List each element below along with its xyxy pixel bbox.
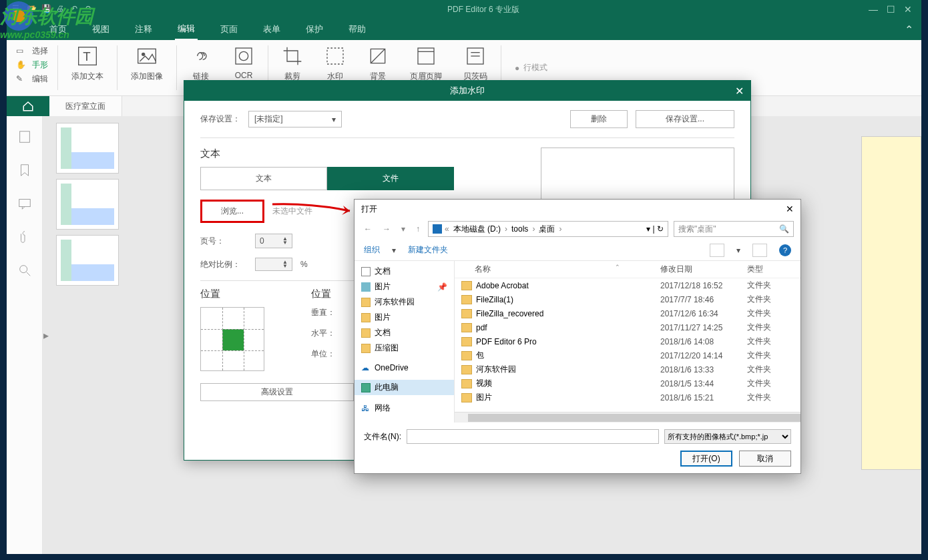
filename-input[interactable]	[407, 429, 659, 444]
nav-back-icon[interactable]: ←	[361, 223, 375, 235]
tool-edit[interactable]: ✎编辑	[16, 73, 48, 85]
menu-protect[interactable]: 保护	[303, 19, 326, 39]
file-row[interactable]: Adobe Acrobat2017/12/18 16:52文件夹	[455, 278, 800, 292]
ribbon-collapse-icon[interactable]: ⌃	[905, 23, 913, 36]
file-row[interactable]: 河东软件园2018/1/6 13:33文件夹	[455, 362, 800, 376]
folder-icon	[461, 337, 472, 346]
tree-item[interactable]: 文档	[355, 264, 454, 279]
thumbnail-2[interactable]	[56, 179, 119, 230]
path-breadcrumb[interactable]: « 本地磁盘 (D:)› tools› 桌面› ▾ | ↻	[428, 221, 668, 237]
sidebar	[7, 116, 43, 554]
tool-select[interactable]: ▭选择	[16, 45, 48, 57]
organize-menu[interactable]: 组织	[364, 244, 380, 256]
app-title: PDF Editor 6 专业版	[101, 4, 865, 15]
save-settings-label: 保存设置：	[200, 113, 240, 125]
nav-up-icon[interactable]: ↑	[413, 223, 423, 235]
tree-item[interactable]: ☁OneDrive	[355, 361, 454, 374]
file-row[interactable]: 图片2018/1/6 15:21文件夹	[455, 390, 800, 404]
menu-page[interactable]: 页面	[218, 19, 240, 39]
scale-label: 绝对比例：	[200, 259, 247, 270]
scale-spinner[interactable]: ▲▼	[255, 258, 292, 271]
undo-icon[interactable]: ↶	[71, 4, 81, 15]
new-folder-button[interactable]: 新建文件夹	[408, 244, 448, 256]
redo-icon[interactable]: ↷	[85, 4, 96, 15]
file-filter-select[interactable]: 所有支持的图像格式(*.bmp;*.jp	[664, 429, 791, 444]
save-settings-button[interactable]: 保存设置...	[636, 110, 734, 128]
tree-item[interactable]: 图片📌	[355, 279, 454, 294]
app-menu-icon[interactable]: ☰	[12, 4, 23, 15]
tree-item[interactable]: 🖧网络	[355, 400, 454, 416]
menu-edit[interactable]: 编辑	[175, 19, 198, 40]
file-row[interactable]: pdf2017/11/27 14:25文件夹	[455, 320, 800, 334]
help-icon[interactable]: ?	[779, 244, 791, 256]
tool-add-text[interactable]: T 添加文本	[61, 40, 114, 95]
maximize-icon[interactable]: ☐	[883, 4, 899, 15]
menu-home[interactable]: 首页	[47, 19, 69, 39]
wm-tab-text[interactable]: 文本	[200, 167, 327, 190]
page-spinner[interactable]: 0▲▼	[255, 234, 292, 248]
nav-forward-icon[interactable]: →	[380, 223, 393, 235]
svg-text:T: T	[83, 49, 90, 63]
nav-recent-icon[interactable]: ▾	[399, 223, 408, 235]
position-grid[interactable]	[200, 307, 264, 371]
view-mode-icon[interactable]	[710, 244, 724, 257]
svg-rect-7	[418, 48, 434, 64]
tool-hand[interactable]: ✋手形	[16, 59, 48, 71]
attachments-icon[interactable]	[17, 230, 32, 244]
page-label: 页号：	[200, 236, 247, 247]
open-button[interactable]: 打开(O)	[680, 451, 732, 467]
thumbnail-1[interactable]	[56, 123, 119, 174]
preview-pane-icon[interactable]	[752, 244, 767, 257]
col-name[interactable]: 名称	[461, 264, 655, 275]
menu-form[interactable]: 表单	[260, 19, 283, 39]
tab-home[interactable]	[7, 96, 49, 116]
folder-icon	[461, 323, 472, 332]
position-label: 位置	[200, 288, 264, 300]
horizontal-scrollbar[interactable]	[455, 412, 800, 423]
file-row[interactable]: FileZilla(1)2017/7/7 18:46文件夹	[455, 292, 800, 306]
thumbnails-panel	[49, 116, 130, 554]
svg-rect-12	[19, 131, 29, 143]
svg-rect-4	[236, 48, 252, 64]
file-row[interactable]: 视频2018/1/5 13:44文件夹	[455, 376, 800, 390]
menu-annotate[interactable]: 注释	[132, 19, 155, 39]
menubar: 首页 视图 注释 编辑 页面 表单 保护 帮助 ⌃	[7, 19, 921, 40]
browse-button[interactable]: 浏览...	[200, 200, 264, 223]
folder-icon	[461, 365, 472, 374]
tree-item[interactable]: 文档	[355, 325, 454, 340]
thumbnail-3[interactable]	[56, 235, 119, 286]
tree-item[interactable]: 压缩图	[355, 340, 454, 356]
tree-item[interactable]: 河东软件园	[355, 294, 454, 310]
save-settings-select[interactable]: [未指定]▾	[248, 111, 342, 127]
tree-item[interactable]: 图片	[355, 310, 454, 325]
search-input[interactable]: 搜索"桌面" 🔍	[674, 221, 794, 237]
file-row[interactable]: FileZilla_recovered2017/12/6 16:34文件夹	[455, 306, 800, 320]
tree-item[interactable]: 此电脑	[355, 380, 454, 395]
bookmarks-icon[interactable]	[17, 163, 32, 178]
watermark-close-icon[interactable]: ✕	[735, 85, 744, 97]
open-icon[interactable]: 📂	[27, 4, 37, 15]
position2-label: 位置	[311, 288, 342, 300]
menu-help[interactable]: 帮助	[346, 19, 369, 39]
tab-document[interactable]: 医疗室立面	[49, 96, 122, 116]
comments-icon[interactable]	[17, 196, 32, 211]
advanced-button[interactable]: 高级设置	[200, 383, 354, 401]
save-icon[interactable]: 💾	[41, 4, 52, 15]
cancel-button[interactable]: 取消	[739, 451, 791, 467]
tool-add-image[interactable]: 添加图像	[120, 40, 174, 95]
thumbnails-icon[interactable]	[17, 129, 32, 144]
search-icon[interactable]	[17, 263, 32, 278]
print-icon[interactable]: 🖨	[56, 4, 67, 15]
thumbnails-toggle[interactable]: ▸	[43, 116, 49, 554]
file-dialog-close-icon[interactable]: ✕	[786, 204, 794, 214]
close-icon[interactable]: ✕	[900, 4, 916, 15]
wm-tab-file[interactable]: 文件	[327, 167, 454, 190]
file-row[interactable]: 包2017/12/20 14:14文件夹	[455, 348, 800, 362]
file-row[interactable]: PDF Editor 6 Pro2018/1/6 14:08文件夹	[455, 334, 800, 348]
col-type[interactable]: 类型	[747, 264, 794, 275]
delete-button[interactable]: 删除	[570, 110, 628, 128]
no-file-label: 未选中文件	[272, 206, 312, 217]
col-date[interactable]: 修改日期	[660, 264, 747, 275]
menu-view[interactable]: 视图	[89, 19, 112, 39]
minimize-icon[interactable]: —	[865, 4, 881, 15]
